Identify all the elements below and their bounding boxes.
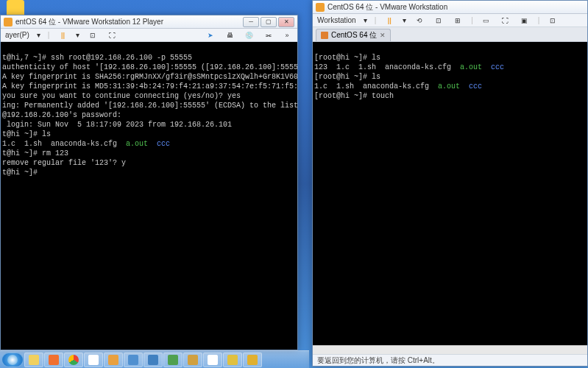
app-icon — [88, 355, 99, 365]
settings-button[interactable]: » — [281, 29, 293, 41]
app-button[interactable] — [84, 353, 103, 367]
chrome-button[interactable] — [64, 353, 83, 367]
app-icon — [188, 355, 198, 365]
app-icon — [108, 355, 118, 365]
terminal-right[interactable]: [root@hi ~]# ls 123 1.c 1.sh anaconda-ks… — [313, 42, 587, 345]
chrome-icon — [68, 355, 79, 365]
pause-button[interactable]: || — [383, 15, 395, 26]
menu-dropdown-icon[interactable]: ▾ — [37, 31, 40, 39]
app-icon — [247, 355, 258, 365]
titlebar-left[interactable]: entOS 64 位 - VMware Workstation 12 Playe… — [1, 15, 297, 29]
vmware-player-window: entOS 64 位 - VMware Workstation 12 Playe… — [0, 15, 298, 350]
fullscreen-button[interactable]: ⛶ — [500, 15, 511, 26]
tab-close-button[interactable]: ✕ — [380, 32, 386, 39]
app-icon — [168, 355, 178, 365]
tab-label: CentOS 64 位 — [331, 30, 377, 40]
app-icon — [208, 355, 218, 365]
vmware-button[interactable] — [144, 353, 163, 367]
media-button[interactable] — [44, 353, 63, 367]
dropdown-icon[interactable]: ▾ — [76, 31, 79, 39]
folder-icon — [29, 355, 39, 365]
dropdown-icon[interactable]: ▾ — [364, 16, 367, 24]
printer-icon[interactable]: 🖶 — [224, 29, 235, 41]
pause-button[interactable]: || — [57, 29, 68, 41]
fullscreen-button[interactable]: ⛶ — [106, 29, 118, 41]
app-button[interactable] — [243, 353, 262, 367]
window-title: entOS 64 位 - VMware Workstation 12 Playe… — [15, 17, 243, 27]
app-button[interactable] — [203, 353, 222, 367]
centos-icon — [321, 32, 328, 39]
maximize-button[interactable]: ▢ — [261, 17, 277, 27]
app-icon — [128, 355, 138, 365]
menubar-right: Workstation ▾ | || ▾ ⟲ ⊡ ⊞ | ▭ ⛶ ▣ | ⊡ — [313, 14, 587, 27]
start-button[interactable] — [1, 353, 24, 367]
tool-button[interactable]: ⊡ — [433, 15, 444, 26]
tool-button[interactable]: ⊡ — [547, 15, 559, 26]
app-button[interactable] — [163, 353, 183, 367]
app-button[interactable] — [183, 353, 202, 367]
windows-taskbar — [0, 350, 309, 368]
close-button[interactable]: ✕ — [278, 17, 294, 27]
tool-button[interactable]: ⟲ — [414, 15, 425, 26]
app-button[interactable] — [104, 353, 123, 367]
window-title: CentOS 64 位 - VMware Workstation — [327, 2, 584, 13]
horizontal-scrollbar[interactable] — [313, 345, 587, 354]
workstation-menu[interactable]: Workstation — [317, 16, 356, 24]
terminal-left[interactable]: t@hi,7 ~]# ssh root@192.168.26.100 -p 55… — [1, 42, 297, 350]
app-button[interactable] — [223, 353, 242, 367]
statusbar: 要返回到您的计算机，请按 Ctrl+Alt。 — [313, 354, 587, 366]
dropdown-icon[interactable]: ▾ — [403, 16, 406, 24]
tabbar: CentOS 64 位 ✕ — [313, 27, 587, 42]
minimize-button[interactable]: ─ — [243, 17, 259, 27]
status-text: 要返回到您的计算机，请按 Ctrl+Alt。 — [317, 355, 439, 366]
window-controls: ─ ▢ ✕ — [243, 17, 294, 27]
send-button[interactable]: ➤ — [205, 29, 216, 41]
disk-icon[interactable]: 💿 — [243, 29, 255, 41]
tab-centos[interactable]: CentOS 64 位 ✕ — [316, 29, 391, 41]
app-icon — [227, 355, 238, 365]
network-icon[interactable]: ⫘ — [262, 29, 274, 41]
titlebar-right[interactable]: CentOS 64 位 - VMware Workstation — [313, 1, 587, 14]
app-button[interactable] — [124, 353, 143, 367]
menubar-left: ayer(P) ▾ | || ▾ ⊡ ⛶ ➤ 🖶 💿 ⫘ » — [1, 29, 297, 42]
tool-button[interactable]: ▭ — [481, 15, 492, 26]
tool-button[interactable]: ▣ — [519, 15, 531, 26]
snapshot-button[interactable]: ⊡ — [87, 29, 99, 41]
centos-icon — [316, 3, 325, 12]
tool-button[interactable]: ⊞ — [452, 15, 464, 26]
explorer-button[interactable] — [24, 353, 43, 367]
player-menu[interactable]: ayer(P) — [5, 31, 29, 39]
centos-icon — [4, 18, 13, 26]
vmware-icon — [148, 355, 158, 365]
vmware-workstation-window: CentOS 64 位 - VMware Workstation Worksta… — [312, 0, 588, 367]
media-icon — [49, 355, 59, 365]
